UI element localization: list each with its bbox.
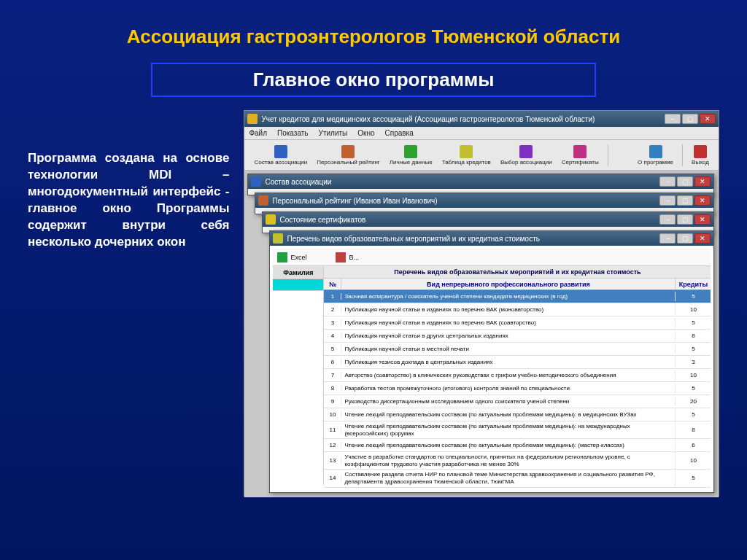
col-desc: Вид непрерывного профессионального разви… (341, 279, 676, 289)
credits-table: Перечень видов образовательных мероприят… (324, 266, 711, 492)
excel-icon (277, 252, 287, 262)
window-icon (251, 176, 261, 187)
toolbar: Состав ассоциации Персональный рейтинг Л… (244, 140, 719, 171)
close-button[interactable]: ✕ (700, 114, 716, 124)
minimize-button[interactable]: – (659, 195, 676, 206)
excel-button[interactable]: Excel (277, 252, 306, 262)
table-row[interactable]: 11Чтение лекций преподавательским состав… (324, 421, 711, 439)
cell-desc: Участие в разработке стандартов по специ… (341, 452, 676, 469)
cell-num: 3 (324, 319, 341, 326)
tb-members[interactable]: Состав ассоциации (250, 144, 311, 167)
menu-bar: Файл Показать Утилиты Окно Справка (244, 127, 719, 140)
cell-desc: Чтение лекций преподавательским составом… (341, 421, 676, 438)
menu-utils[interactable]: Утилиты (319, 129, 348, 137)
tb-exit[interactable]: Выход (688, 144, 713, 167)
tb-personal[interactable]: Личные данные (386, 144, 436, 167)
cell-credits: 6 (676, 442, 711, 448)
exit-icon (694, 145, 707, 158)
close-button[interactable]: ✕ (694, 233, 711, 244)
menu-window[interactable]: Окно (357, 129, 374, 137)
slide-title: Ассоциация гастроэнтерологов Тюменской о… (0, 0, 747, 57)
subtitle-container: Главное окно программы (151, 63, 596, 97)
table-row[interactable]: 10Чтение лекций преподавательским состав… (324, 408, 711, 421)
table-row[interactable]: 12Чтение лекций преподавательским состав… (324, 439, 711, 452)
cell-desc: Чтение лекций преподавательским составом… (341, 410, 676, 420)
minimize-button[interactable]: – (665, 114, 681, 124)
close-button[interactable]: ✕ (694, 195, 711, 206)
main-titlebar: Учет кредитов для медицинских ассоциаций… (244, 111, 719, 127)
close-button[interactable]: ✕ (694, 176, 711, 187)
minimize-button[interactable]: – (659, 214, 676, 225)
maximize-button[interactable]: ▢ (677, 233, 693, 244)
table-row[interactable]: 5Публикация научной статьи в местной печ… (324, 343, 711, 356)
assoc-icon (519, 145, 533, 158)
cell-desc: Публикация научной статьи в местной печа… (341, 344, 676, 354)
cell-credits: 8 (676, 427, 711, 433)
cell-desc: Руководство диссертационным исследование… (341, 397, 676, 407)
menu-show[interactable]: Показать (277, 129, 309, 137)
child-window-4[interactable]: Перечень видов образовательных мероприят… (269, 230, 714, 493)
table-title: Перечень видов образовательных мероприят… (324, 266, 711, 279)
maximize-button[interactable]: ▢ (682, 114, 698, 124)
cell-desc: Авторство (соавторство) в клинических ру… (341, 370, 676, 381)
cell-credits: 10 (676, 457, 711, 464)
cell-desc: Публикация тезисов доклада в центральных… (341, 357, 676, 368)
cell-credits: 3 (676, 359, 711, 365)
left-row-selected[interactable] (273, 279, 323, 291)
table-row[interactable]: 8Разработка тестов промежуточного (итого… (324, 382, 711, 395)
table-row[interactable]: 14Составление раздела отчета НИР по план… (324, 470, 711, 487)
cell-num: 1 (324, 293, 341, 300)
table-row[interactable]: 4Публикация научной статьи в других цент… (324, 330, 711, 343)
tb-credits[interactable]: Таблица кредитов (438, 144, 495, 167)
personal-icon (404, 145, 417, 158)
toolbar-separator (608, 144, 608, 166)
cell-num: 6 (324, 359, 341, 365)
about-icon (649, 145, 662, 158)
tb-cert[interactable]: Сертификаты (558, 144, 603, 167)
cell-num: 5 (324, 346, 341, 352)
tb-assoc[interactable]: Выбор ассоциации (497, 144, 556, 167)
left-column: Фамилия (273, 266, 324, 485)
table-row[interactable]: 6Публикация тезисов доклада в центральны… (324, 356, 711, 369)
menu-file[interactable]: Файл (249, 129, 267, 137)
maximize-button[interactable]: ▢ (677, 214, 693, 225)
child2-title: Персональный рейтинг (Иванов Иван Иванов… (272, 197, 659, 205)
tb-about[interactable]: О программе (634, 144, 677, 167)
cell-num: 14 (324, 475, 341, 481)
col-num: № (324, 279, 341, 289)
maximize-button[interactable]: ▢ (677, 176, 693, 187)
toolbar-separator (682, 144, 683, 166)
table-row[interactable]: 3Публикация научной статьи в изданиях по… (324, 316, 711, 330)
rating-icon (341, 145, 355, 158)
cell-num: 12 (324, 442, 341, 448)
table-row[interactable]: 2Публикация научной статьи в изданиях по… (324, 303, 711, 316)
mdi-area: Состав ассоциации–▢✕ Персональный рейтин… (244, 171, 719, 497)
cell-desc: Разработка тестов промежуточного (итогов… (341, 384, 676, 394)
col-credits: Кредиты (676, 279, 711, 289)
child1-title: Состав ассоциации (265, 178, 659, 186)
app-icon (247, 114, 258, 124)
close-button[interactable]: ✕ (694, 214, 711, 225)
cell-num: 7 (324, 372, 341, 378)
cell-credits: 10 (676, 306, 711, 313)
minimize-button[interactable]: – (659, 176, 676, 187)
window-icon (258, 195, 268, 206)
table-row[interactable]: 7Авторство (соавторство) в клинических р… (324, 369, 711, 382)
cell-credits: 20 (676, 398, 711, 405)
table-row[interactable]: 9Руководство диссертационным исследовани… (324, 395, 711, 408)
cell-desc: Составление раздела отчета НИР по планов… (341, 470, 676, 486)
menu-help[interactable]: Справка (385, 129, 414, 137)
back-button[interactable]: В... (336, 252, 359, 262)
table-row[interactable]: 1Заочная аспирантура / соискатель ученой… (324, 290, 711, 303)
cell-credits: 5 (676, 411, 711, 418)
back-icon (336, 252, 346, 262)
tb-rating[interactable]: Персональный рейтинг (313, 144, 384, 167)
cell-num: 13 (324, 457, 341, 464)
cert-icon (573, 145, 587, 158)
table-row[interactable]: 13Участие в разработке стандартов по спе… (324, 452, 711, 470)
maximize-button[interactable]: ▢ (677, 195, 693, 206)
cell-num: 11 (324, 427, 341, 433)
cell-num: 8 (324, 385, 341, 392)
minimize-button[interactable]: – (659, 233, 676, 244)
cell-desc: Публикация научной статьи в изданиях по … (341, 305, 676, 315)
